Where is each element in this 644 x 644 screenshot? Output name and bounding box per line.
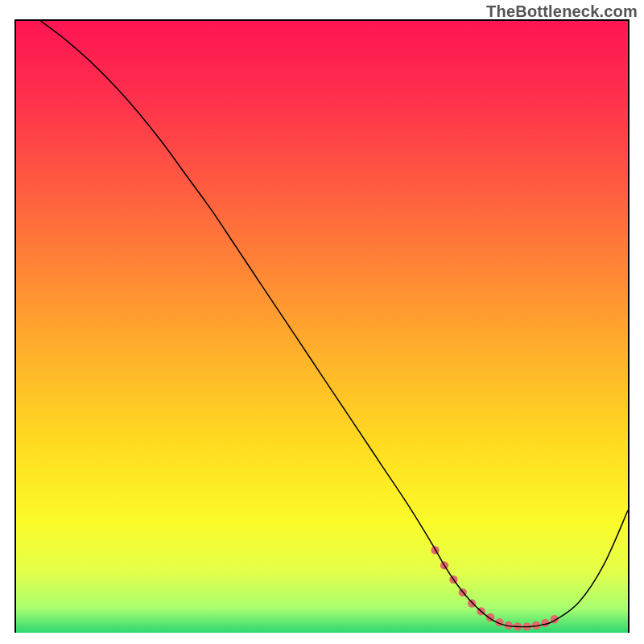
plot-area (14, 19, 630, 633)
chart-svg (16, 21, 628, 633)
gradient-background (16, 21, 628, 633)
chart-stage: TheBottleneck.com (0, 0, 644, 644)
attribution-label: TheBottleneck.com (486, 2, 638, 21)
